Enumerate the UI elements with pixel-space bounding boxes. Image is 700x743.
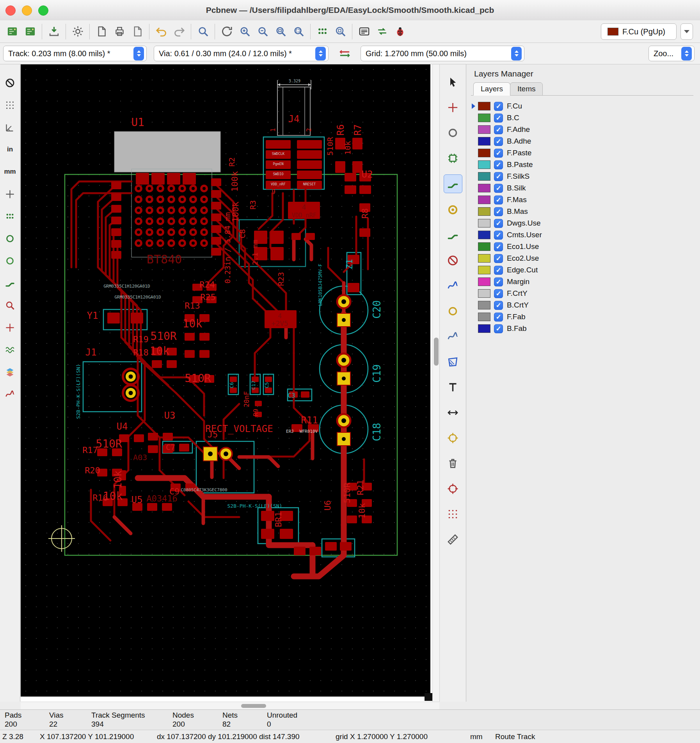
layer-row-b-silk[interactable]: B.Silk	[471, 182, 693, 194]
layer-visibility-checkbox[interactable]	[494, 137, 503, 146]
pcb-canvas[interactable]: U1J412R6R7510R10kU2R2100kR3100k9SWDCLKPg…	[21, 64, 432, 702]
layer-row-b-c[interactable]: B.C	[471, 112, 693, 124]
select-tool-icon[interactable]	[444, 73, 462, 91]
design-rules-check-icon[interactable]	[391, 23, 409, 41]
vertical-scrollbar-thumb[interactable]	[434, 338, 439, 366]
board-stackup-icon[interactable]	[21, 23, 39, 41]
draw-zone-icon[interactable]	[444, 353, 462, 371]
tune-skew-icon[interactable]	[444, 277, 462, 295]
zoom-fit-icon[interactable]	[272, 23, 290, 41]
layer-visibility-checkbox[interactable]	[494, 184, 503, 193]
layer-visibility-checkbox[interactable]	[494, 242, 503, 251]
place-text-icon[interactable]	[444, 378, 462, 396]
layer-row-b-paste[interactable]: B.Paste	[471, 159, 693, 171]
local-ratsnest-icon[interactable]	[444, 124, 462, 142]
layer-row-f-crty[interactable]: F.CrtY	[471, 288, 693, 299]
layer-visibility-checkbox[interactable]	[494, 196, 503, 204]
layer-visibility-checkbox[interactable]	[494, 301, 503, 310]
new-board-icon[interactable]	[3, 23, 21, 41]
via-size-select[interactable]: Via: 0.61 / 0.30 mm (24.0 / 12.0 mils) *	[154, 46, 329, 61]
layer-visibility-checkbox[interactable]	[494, 266, 503, 275]
drill-place-origin-icon[interactable]	[444, 480, 462, 498]
layer-visibility-checkbox[interactable]	[494, 289, 503, 298]
vertical-scrollbar[interactable]	[432, 64, 440, 702]
print-icon[interactable]	[110, 23, 128, 41]
grid-origin-icon[interactable]	[444, 505, 462, 523]
units-inches-icon[interactable]: in	[2, 141, 18, 158]
layer-pairs-icon[interactable]	[2, 364, 18, 380]
measure-tool-icon[interactable]	[444, 530, 462, 548]
zoom-select[interactable]: Zoo...	[648, 46, 695, 61]
find-icon[interactable]	[194, 23, 212, 41]
delete-items-icon[interactable]	[444, 454, 462, 472]
polar-coordinates-icon[interactable]	[2, 119, 18, 135]
tune-track-length-icon[interactable]	[444, 251, 462, 269]
tab-items[interactable]: Items	[510, 82, 543, 96]
high-contrast-mode-icon[interactable]	[2, 297, 18, 313]
close-button[interactable]	[5, 5, 16, 16]
layer-row-eco1-use[interactable]: Eco1.Use	[471, 241, 693, 252]
layer-visibility-checkbox[interactable]	[494, 254, 503, 263]
horizontal-scrollbar[interactable]	[21, 702, 439, 710]
refresh-view-icon[interactable]	[218, 23, 236, 41]
zoom-out-icon[interactable]	[254, 23, 272, 41]
zoom-in-icon[interactable]	[236, 23, 254, 41]
place-footprint-icon[interactable]	[444, 149, 462, 167]
layer-select-chevron-button[interactable]	[680, 23, 693, 40]
horizontal-scrollbar-thumb[interactable]	[241, 704, 266, 708]
zoom-selection-icon[interactable]	[290, 23, 307, 41]
layer-row-eco2-use[interactable]: Eco2.Use	[471, 252, 693, 264]
save-board-icon[interactable]	[45, 23, 63, 41]
layer-visibility-checkbox[interactable]	[494, 324, 503, 333]
layer-visibility-checkbox[interactable]	[494, 160, 503, 169]
layer-visibility-checkbox[interactable]	[494, 313, 503, 322]
drc-off-icon[interactable]	[2, 75, 18, 91]
layer-visibility-checkbox[interactable]	[494, 114, 503, 123]
plot-icon[interactable]	[128, 23, 146, 41]
board-setup-icon[interactable]	[69, 23, 87, 41]
layer-row-b-mas[interactable]: B.Mas	[471, 206, 693, 217]
layer-visibility-checkbox[interactable]	[494, 231, 503, 240]
microwave-tools-icon[interactable]	[2, 386, 18, 402]
tab-layers[interactable]: Layers	[473, 82, 510, 96]
route-tracks-icon[interactable]	[444, 174, 462, 193]
layer-row-f-fab[interactable]: F.Fab	[471, 311, 693, 323]
layer-visibility-checkbox[interactable]	[494, 149, 503, 158]
layer-row-b-crty[interactable]: B.CrtY	[471, 299, 693, 311]
grid-select[interactable]: Grid: 1.2700 mm (50.00 mils)	[361, 46, 524, 61]
layer-row-f-paste[interactable]: F.Paste	[471, 147, 693, 159]
active-layer-select[interactable]: F.Cu (PgUp)	[601, 23, 677, 40]
layer-row-margin[interactable]: Margin	[471, 276, 693, 288]
update-pcb-from-schematic-icon[interactable]	[373, 23, 391, 41]
microwave-waves-icon[interactable]	[2, 341, 18, 358]
tracks-sketch-mode-icon[interactable]	[2, 275, 18, 291]
footprint-mode-icon[interactable]	[313, 23, 331, 41]
footprint-browser-icon[interactable]	[331, 23, 349, 41]
ratsnest-visibility-icon[interactable]	[2, 208, 18, 224]
draw-arc-icon[interactable]	[444, 327, 462, 345]
cross-probe-icon[interactable]	[2, 319, 18, 336]
layer-visibility-checkbox[interactable]	[494, 219, 503, 228]
layer-row-cmts-user[interactable]: Cmts.User	[471, 229, 693, 241]
layer-row-f-cu[interactable]: F.Cu	[471, 100, 693, 112]
route-differential-pair-icon[interactable]	[444, 226, 462, 244]
layer-visibility-checkbox[interactable]	[494, 207, 503, 216]
layer-row-f-mas[interactable]: F.Mas	[471, 194, 693, 206]
layer-row-b-fab[interactable]: B.Fab	[471, 323, 693, 334]
layer-row-f-adhe[interactable]: F.Adhe	[471, 124, 693, 135]
redo-icon[interactable]	[170, 23, 188, 41]
layer-visibility-checkbox[interactable]	[494, 277, 503, 286]
minimize-button[interactable]	[22, 5, 32, 16]
zoom-window-button[interactable]	[38, 5, 48, 16]
layer-row-f-silks[interactable]: F.SilkS	[471, 171, 693, 182]
layer-visibility-checkbox[interactable]	[494, 125, 503, 134]
layer-visibility-checkbox[interactable]	[494, 172, 503, 181]
add-dimension-icon[interactable]	[444, 403, 462, 421]
page-settings-icon[interactable]	[92, 23, 110, 41]
place-via-icon[interactable]	[444, 201, 462, 219]
highlight-net-icon[interactable]	[444, 98, 462, 116]
net-inspector-icon[interactable]	[355, 23, 373, 41]
vias-sketch-mode-icon[interactable]	[2, 252, 18, 269]
cursor-shape-icon[interactable]	[2, 186, 18, 202]
auto-track-width-icon[interactable]	[336, 44, 354, 62]
